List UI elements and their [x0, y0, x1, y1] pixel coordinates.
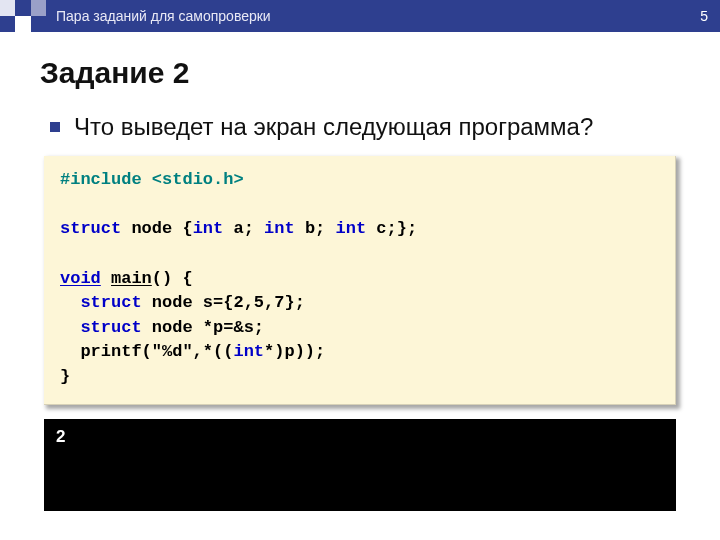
slide-title: Задание 2 — [40, 56, 680, 90]
code-field-b: b; — [305, 219, 325, 238]
output-block: 2 — [44, 419, 676, 511]
question-row: Что выведет на экран следующая программа… — [50, 112, 680, 142]
code-int-kw-1: int — [193, 219, 224, 238]
code-include-kw: #include — [60, 170, 142, 189]
code-field-c: c;}; — [376, 219, 417, 238]
code-close-brace: } — [60, 367, 70, 386]
square-bullet-icon — [50, 122, 60, 132]
code-int-kw-2: int — [264, 219, 295, 238]
page-number: 5 — [700, 8, 708, 24]
code-include-lib: <stdio.h> — [152, 170, 244, 189]
slide-header: Пара заданий для самопроверки 5 — [0, 0, 720, 32]
code-printf-tail: *)p)); — [264, 342, 325, 361]
code-main-fn: main — [111, 269, 152, 288]
code-void-kw: void — [60, 269, 101, 288]
code-struct-kw-2: struct — [80, 293, 141, 312]
code-struct-decl: node { — [131, 219, 192, 238]
header-ornament — [0, 0, 46, 32]
header-bar: Пара заданий для самопроверки 5 — [46, 0, 720, 32]
code-printf-line: printf("%d",*(( — [60, 342, 233, 361]
code-node-s: node s={2,5,7}; — [152, 293, 305, 312]
output-text: 2 — [56, 427, 65, 446]
code-block: #include <stdio.h> struct node {int a; i… — [44, 156, 676, 405]
code-field-a: a; — [233, 219, 253, 238]
slide-content: Задание 2 Что выведет на экран следующая… — [0, 32, 720, 511]
breadcrumb: Пара заданий для самопроверки — [56, 8, 271, 24]
code-node-p: node *p=&s; — [152, 318, 264, 337]
code-main-paren: () { — [152, 269, 193, 288]
code-int-cast: int — [233, 342, 264, 361]
question-text: Что выведет на экран следующая программа… — [74, 112, 593, 142]
code-struct-kw-1: struct — [60, 219, 121, 238]
code-struct-kw-3: struct — [80, 318, 141, 337]
code-int-kw-3: int — [335, 219, 366, 238]
